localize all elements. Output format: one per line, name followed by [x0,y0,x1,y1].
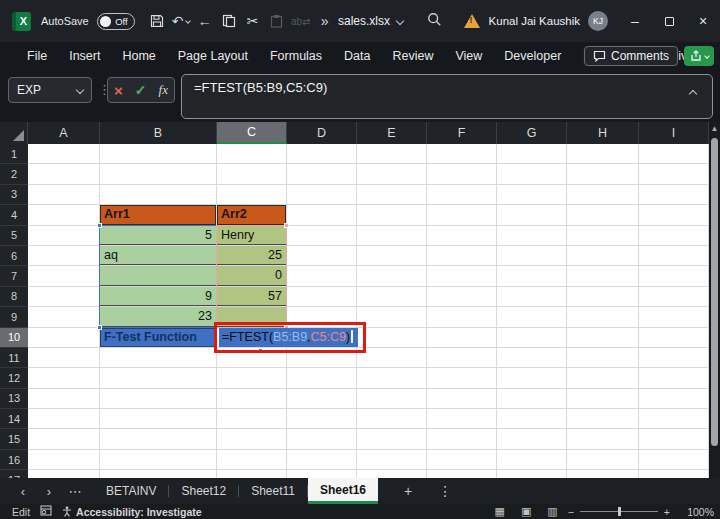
cell-C15[interactable] [217,429,287,449]
sheet-tab-betainv[interactable]: BETAINV [94,478,168,504]
cell-D2[interactable] [287,164,357,184]
cell-F15[interactable] [427,429,497,449]
cell-E6[interactable] [357,246,427,266]
save-icon[interactable] [147,10,167,32]
tab-page-layout[interactable]: Page Layout [167,42,259,70]
cell-F12[interactable] [427,368,497,388]
cell-I11[interactable] [639,348,709,368]
cell-G7[interactable] [497,266,567,286]
row-header-7[interactable]: 7 [0,266,28,286]
cell-C3[interactable] [217,185,287,205]
cell-B5[interactable]: 5 [100,226,217,246]
cell-B8[interactable]: 9 [100,287,217,307]
row-header-15[interactable]: 15 [0,429,28,449]
cell-B4[interactable]: Arr1 [100,205,217,225]
all-sheets-icon[interactable]: ⋯ [62,484,88,499]
autosave-toggle[interactable]: Off [97,13,135,30]
column-header-E[interactable]: E [357,122,427,144]
cell-G8[interactable] [497,287,567,307]
cell-C1[interactable] [217,144,287,164]
cell-G3[interactable] [497,185,567,205]
cell-F6[interactable] [427,246,497,266]
cell-H4[interactable] [567,205,639,225]
cut-icon[interactable]: ✂ [243,10,263,32]
cell-F8[interactable] [427,287,497,307]
cell-G12[interactable] [497,368,567,388]
tab-view[interactable]: View [444,42,493,70]
cell-H2[interactable] [567,164,639,184]
cell-H5[interactable] [567,226,639,246]
macro-record-icon[interactable] [40,505,52,518]
zoom-thumb[interactable] [618,507,621,516]
zoom-track[interactable] [580,511,658,512]
maximize-button[interactable] [652,0,686,42]
formula-bar-input[interactable]: =FTEST(B5:B9,C5:C9) [181,74,713,119]
row-header-1[interactable]: 1 [0,144,28,164]
copy-icon[interactable] [219,10,239,32]
cell-I13[interactable] [639,389,709,409]
sheet-tab-sheet11[interactable]: Sheet11 [239,478,307,504]
cell-D13[interactable] [287,389,357,409]
cell-B11[interactable] [100,348,217,368]
cell-D16[interactable] [287,450,357,470]
cell-I8[interactable] [639,287,709,307]
cell-A15[interactable] [28,429,100,449]
name-box[interactable]: EXP [8,77,92,103]
row-header-9[interactable]: 9 [0,307,28,327]
column-header-H[interactable]: H [567,122,639,144]
cell-B1[interactable] [100,144,217,164]
cell-F11[interactable] [427,348,497,368]
cell-H3[interactable] [567,185,639,205]
page-break-view-icon[interactable]: ▥ [547,505,557,518]
cell-A8[interactable] [28,287,100,307]
share-dropdown-icon[interactable] [704,53,710,59]
cell-E5[interactable] [357,226,427,246]
cell-C14[interactable] [217,409,287,429]
cell-B9[interactable]: 23 [100,307,217,327]
cell-G10[interactable] [497,328,567,348]
cell-H9[interactable] [567,307,639,327]
cell-A16[interactable] [28,450,100,470]
cell-I3[interactable] [639,185,709,205]
cell-D6[interactable] [287,246,357,266]
cell-C13[interactable] [217,389,287,409]
cell-G15[interactable] [497,429,567,449]
cell-D5[interactable] [287,226,357,246]
cell-D14[interactable] [287,409,357,429]
cell-A14[interactable] [28,409,100,429]
cell-G9[interactable] [497,307,567,327]
cell-G4[interactable] [497,205,567,225]
cell-A12[interactable] [28,368,100,388]
cell-E15[interactable] [357,429,427,449]
cell-B17[interactable] [100,470,217,478]
cell-G14[interactable] [497,409,567,429]
cell-G2[interactable] [497,164,567,184]
cell-F2[interactable] [427,164,497,184]
prev-sheet-icon[interactable]: ‹ [10,484,36,499]
cell-B13[interactable] [100,389,217,409]
cell-E10[interactable] [357,328,427,348]
cell-I15[interactable] [639,429,709,449]
cell-H6[interactable] [567,246,639,266]
cell-E7[interactable] [357,266,427,286]
scroll-up-icon[interactable]: ▲ [711,122,719,136]
cell-C10-edit-formula[interactable]: =FTEST(B5:B9,C5:C9) [219,328,358,347]
tab-developer[interactable]: Developer [493,42,572,70]
cell-C11[interactable] [217,348,287,368]
row-header-14[interactable]: 14 [0,409,28,429]
insert-function-icon[interactable]: fx [159,82,168,98]
undo-icon[interactable]: ↶ [171,10,191,32]
column-header-C[interactable]: C [217,122,287,144]
tab-insert[interactable]: Insert [58,42,111,70]
cell-C7[interactable]: 0 [217,266,287,286]
row-header-11[interactable]: 11 [0,348,28,368]
cell-E2[interactable] [357,164,427,184]
select-all-corner[interactable] [0,122,28,144]
cell-F14[interactable] [427,409,497,429]
cell-A1[interactable] [28,144,100,164]
cell-H17[interactable] [567,470,639,478]
cell-B12[interactable] [100,368,217,388]
cell-A6[interactable] [28,246,100,266]
normal-view-icon[interactable]: ▦ [495,505,505,518]
column-header-G[interactable]: G [497,122,567,144]
